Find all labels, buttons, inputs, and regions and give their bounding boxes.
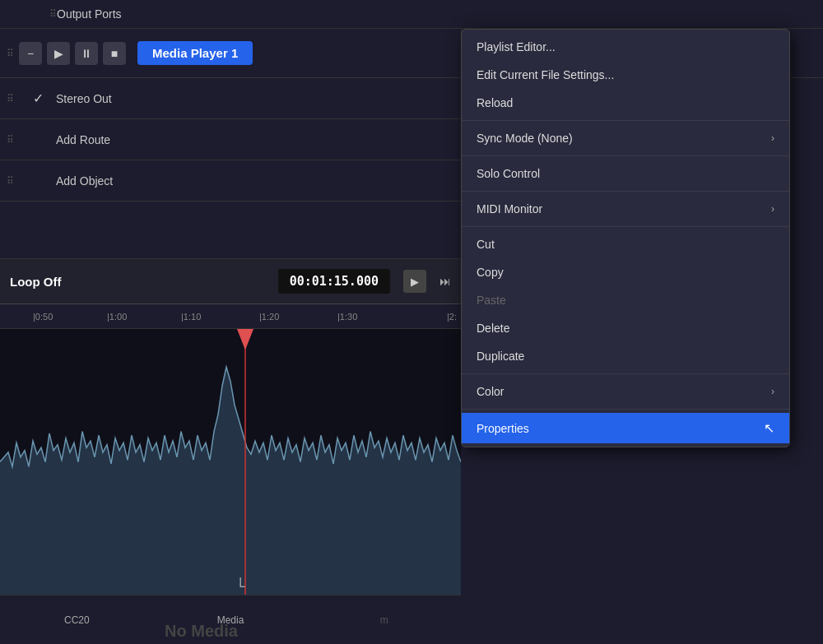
separator-sep5 (462, 373, 789, 374)
menu-label-edit-current-file: Edit Current File Settings... (477, 68, 614, 81)
add-route-row[interactable]: ⠿ Add Route (0, 119, 461, 160)
separator-sep4 (462, 226, 789, 227)
separator-sep2 (462, 155, 789, 156)
tick-050: |0:50 (33, 312, 53, 322)
separator-sep3 (462, 191, 789, 192)
menu-label-paste: Paste (477, 294, 506, 307)
waveform-svg: L (0, 329, 461, 595)
right-bottom-label: m (307, 614, 461, 626)
drag-handle-stereo: ⠿ (7, 93, 20, 104)
menu-label-solo-control: Solo Control (477, 167, 540, 180)
fast-forward-button[interactable]: ⏭ (439, 275, 451, 288)
tick-right: |2: (447, 312, 457, 322)
media-player-title: Media Player 1 (137, 41, 253, 65)
context-menu: Playlist Editor...Edit Current File Sett… (461, 29, 790, 447)
menu-arrow-midi-monitor: › (771, 203, 774, 215)
menu-label-duplicate: Duplicate (477, 350, 524, 363)
stop-button[interactable]: ■ (103, 42, 126, 65)
add-object-label: Add Object (56, 174, 113, 188)
pause-button[interactable]: ⏸ (75, 42, 98, 65)
tick-120: |1:20 (259, 312, 279, 322)
waveform-area: |0:50 |1:00 |1:10 |1:20 |1:30 |2: L CC20… (0, 304, 461, 644)
menu-label-playlist-editor: Playlist Editor... (477, 40, 556, 53)
menu-label-reload: Reload (477, 96, 513, 109)
cursor-icon: ↖ (764, 420, 774, 436)
menu-label-properties: Properties (477, 422, 529, 435)
menu-label-midi-monitor: MIDI Monitor (477, 202, 542, 215)
stereo-out-row: ⠿ ✓ Stereo Out (0, 78, 461, 119)
controls-row: Loop Off 00:01:15.000 ▶ ⏭ (0, 259, 461, 304)
separator-sep6 (462, 409, 789, 410)
stereo-out-label: Stereo Out (56, 92, 112, 105)
tick-110: |1:10 (181, 312, 201, 322)
svg-text:L: L (239, 575, 245, 591)
drag-handle-media: ⠿ (7, 48, 14, 59)
menu-label-copy: Copy (477, 266, 504, 279)
menu-item-delete[interactable]: Delete (462, 314, 789, 342)
menu-item-properties[interactable]: Properties↖ (462, 413, 789, 443)
menu-item-color[interactable]: Color› (462, 378, 789, 405)
media-player-bar: ⠿ − ▶ ⏸ ■ Media Player 1 (0, 29, 461, 78)
stereo-check: ✓ (28, 90, 48, 106)
menu-label-cut: Cut (477, 238, 495, 251)
loop-label: Loop Off (10, 275, 61, 289)
no-media-text: No Media (165, 622, 238, 644)
menu-item-reload[interactable]: Reload (462, 89, 789, 117)
add-route-label: Add Route (56, 133, 110, 146)
play-button[interactable]: ▶ (47, 42, 70, 65)
tick-100: |1:00 (107, 312, 127, 322)
menu-arrow-color: › (771, 386, 774, 397)
menu-item-edit-current-file[interactable]: Edit Current File Settings... (462, 61, 789, 89)
drag-handle-object: ⠿ (7, 175, 20, 187)
play-control-button[interactable]: ▶ (403, 270, 426, 293)
menu-item-copy[interactable]: Copy (462, 258, 789, 286)
timeline-ruler: |0:50 |1:00 |1:10 |1:20 |1:30 |2: (0, 304, 461, 329)
add-object-row[interactable]: ⠿ Add Object (0, 160, 461, 202)
separator-sep1 (462, 120, 789, 121)
menu-item-paste: Paste (462, 286, 789, 314)
menu-item-cut[interactable]: Cut (462, 230, 789, 258)
menu-item-playlist-editor[interactable]: Playlist Editor... (462, 33, 789, 61)
menu-label-delete: Delete (477, 322, 509, 335)
output-ports-label: Output Ports (57, 7, 122, 21)
menu-item-midi-monitor[interactable]: MIDI Monitor› (462, 195, 789, 223)
menu-label-color: Color (477, 385, 504, 398)
menu-item-sync-mode[interactable]: Sync Mode (None)› (462, 124, 789, 152)
cc20-label: CC20 (0, 614, 154, 626)
lower-spacer (0, 202, 461, 259)
svg-marker-1 (237, 329, 253, 350)
tick-130: |1:30 (337, 312, 357, 322)
drag-handle-route: ⠿ (7, 134, 20, 146)
menu-item-duplicate[interactable]: Duplicate (462, 342, 789, 370)
drag-handle-output: ⠿ (49, 8, 57, 20)
output-ports-bar: ⠿ Output Ports (0, 0, 823, 29)
time-display: 00:01:15.000 (278, 269, 390, 294)
menu-item-solo-control[interactable]: Solo Control (462, 160, 789, 188)
menu-arrow-sync-mode: › (771, 132, 774, 144)
menu-label-sync-mode: Sync Mode (None) (477, 132, 573, 145)
minimize-button[interactable]: − (19, 42, 42, 65)
